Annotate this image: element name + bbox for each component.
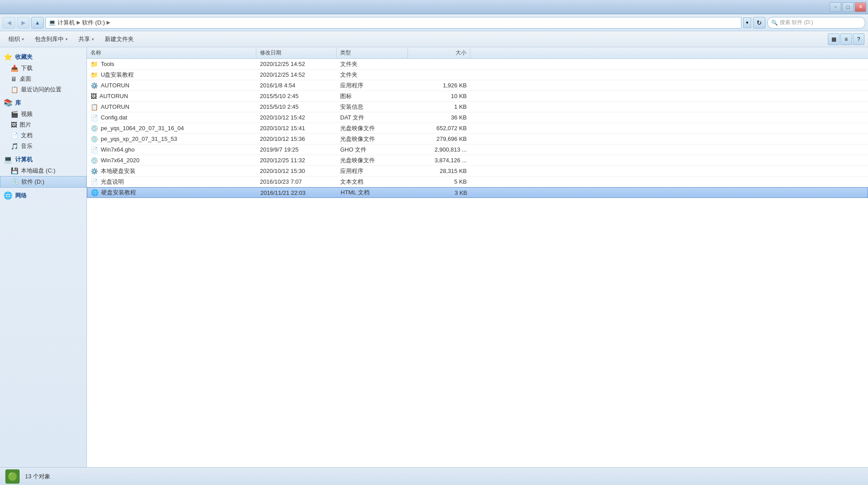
file-date-cell: 2020/12/25 11:32 [256, 157, 337, 164]
table-row[interactable]: ⚙️ 本地硬盘安装 2020/10/12 15:30 应用程序 28,315 K… [87, 166, 868, 177]
share-arrow: ▾ [92, 37, 94, 41]
minimize-button[interactable]: － [830, 2, 841, 12]
table-row[interactable]: 🖼 AUTORUN 2015/5/10 2:45 图标 10 KB [87, 91, 868, 102]
file-name-cell: 📋 AUTORUN [87, 103, 256, 111]
file-name: pe_yqs_xp_20_07_31_15_53 [101, 136, 177, 142]
view-toggle-button[interactable]: ▦ [828, 33, 839, 45]
file-name-cell: ⚙️ AUTORUN [87, 82, 256, 89]
archive-button[interactable]: 包含到库中 ▾ [30, 33, 73, 45]
table-row[interactable]: 📄 Config.dat 2020/10/12 15:42 DAT 文件 36 … [87, 112, 868, 123]
file-type-cell: 图标 [337, 92, 408, 100]
file-name-cell: 🌐 硬盘安装教程 [87, 189, 257, 197]
desktop-icon: 🖥 [11, 75, 17, 82]
file-name: Tools [101, 61, 114, 67]
network-label: 网络 [15, 192, 27, 200]
file-name: Win7x64.gho [101, 146, 135, 153]
file-date-cell: 2015/5/10 2:45 [256, 103, 337, 110]
table-row[interactable]: 📁 Tools 2020/12/25 14:52 文件夹 [87, 59, 868, 70]
refresh-button[interactable]: ↻ [753, 17, 765, 29]
sidebar-section-network: 🌐 网络 [0, 189, 86, 201]
help-button[interactable]: ? [853, 33, 864, 45]
sidebar-item-desktop[interactable]: 🖥 桌面 [0, 74, 86, 84]
col-name-header[interactable]: 名称 [87, 47, 256, 58]
music-icon: 🎵 [11, 143, 18, 150]
file-date-cell: 2016/10/23 7:07 [256, 178, 337, 185]
address-breadcrumb[interactable]: 💻 计算机 ▶ 软件 (D:) ▶ [45, 17, 741, 29]
file-date-cell: 2016/11/21 22:03 [257, 189, 337, 196]
file-date-cell: 2020/10/12 15:36 [256, 136, 337, 142]
table-row[interactable]: ⚙️ AUTORUN 2016/1/8 4:54 应用程序 1,926 KB [87, 80, 868, 91]
file-size-cell: 279,696 KB [408, 136, 470, 142]
sidebar-favorites-header[interactable]: ⭐ 收藏夹 [0, 51, 86, 63]
forward-button[interactable]: ▶ [17, 17, 29, 29]
sidebar-item-music[interactable]: 🎵 音乐 [0, 141, 86, 152]
file-list: 名称 修改日期 类型 大小 📁 Tools 2020/12/25 14:52 文… [87, 47, 868, 467]
table-row[interactable]: 📋 AUTORUN 2015/5/10 2:45 安装信息 1 KB [87, 102, 868, 112]
file-name: AUTORUN [101, 103, 129, 110]
sidebar-item-recent[interactable]: 📋 最近访问的位置 [0, 84, 86, 95]
sidebar-section-favorites: ⭐ 收藏夹 📥 下载 🖥 桌面 📋 最近访问的位置 [0, 51, 86, 95]
col-date-header[interactable]: 修改日期 [256, 47, 337, 58]
sidebar-item-image[interactable]: 🖼 图片 [0, 119, 86, 130]
file-size-cell: 3 KB [408, 189, 471, 196]
file-size-cell: 2,900,813 ... [408, 146, 470, 153]
file-icon: 📁 [91, 71, 98, 78]
sidebar-network-header[interactable]: 🌐 网络 [0, 189, 86, 201]
file-icon: 🌐 [91, 189, 99, 196]
file-size-cell: 36 KB [408, 114, 470, 121]
organize-button[interactable]: 组织 ▾ [4, 33, 29, 45]
library-icon: 📚 [4, 99, 12, 107]
file-size-cell: 1 KB [408, 103, 470, 110]
breadcrumb-sep-2: ▶ [107, 20, 110, 25]
back-button[interactable]: ◀ [3, 17, 15, 29]
file-icon: 💿 [91, 136, 98, 143]
file-type-cell: 应用程序 [337, 82, 408, 90]
file-type-cell: 光盘映像文件 [337, 124, 408, 132]
up-button[interactable]: ▲ [31, 17, 44, 29]
sidebar-computer-header[interactable]: 💻 计算机 [0, 153, 86, 165]
table-row[interactable]: 📁 U盘安装教程 2020/12/25 14:52 文件夹 [87, 70, 868, 80]
breadcrumb-drive: 软件 (D:) [82, 19, 105, 27]
table-row[interactable]: 📄 Win7x64.gho 2019/9/7 19:25 GHO 文件 2,90… [87, 144, 868, 155]
music-label: 音乐 [21, 142, 33, 150]
sidebar-section-computer: 💻 计算机 💾 本地磁盘 (C:) 💿 软件 (D:) [0, 153, 86, 188]
file-icon: 📋 [91, 103, 98, 111]
file-size-cell: 1,926 KB [408, 82, 470, 89]
computer-label: 计算机 [15, 156, 33, 164]
sidebar-item-video[interactable]: 🎬 视频 [0, 109, 86, 119]
table-row[interactable]: 💿 pe_yqs_1064_20_07_31_16_04 2020/10/12 … [87, 123, 868, 134]
sidebar-item-document[interactable]: 📄 文档 [0, 130, 86, 141]
sidebar-item-drive-d[interactable]: 💿 软件 (D:) [0, 176, 86, 188]
view-list-button[interactable]: ≡ [840, 33, 852, 45]
col-type-header[interactable]: 类型 [337, 47, 408, 58]
close-button[interactable]: ✕ [855, 2, 866, 12]
file-name: Win7x64_2020 [101, 157, 140, 164]
file-name: pe_yqs_1064_20_07_31_16_04 [101, 125, 184, 132]
maximize-button[interactable]: □ [842, 2, 854, 12]
file-date-cell: 2020/12/25 14:52 [256, 61, 337, 67]
share-button[interactable]: 共享 ▾ [74, 33, 99, 45]
breadcrumb-dropdown[interactable]: ▼ [743, 17, 751, 28]
new-folder-label: 新建文件夹 [105, 35, 134, 43]
sidebar-item-downloads[interactable]: 📥 下载 [0, 63, 86, 74]
table-row[interactable]: 💿 pe_yqs_xp_20_07_31_15_53 2020/10/12 15… [87, 134, 868, 144]
col-size-header[interactable]: 大小 [408, 47, 470, 58]
sidebar-item-drive-c[interactable]: 💾 本地磁盘 (C:) [0, 165, 86, 176]
table-row[interactable]: 🌐 硬盘安装教程 2016/11/21 22:03 HTML 文档 3 KB [87, 187, 868, 198]
file-name: 本地硬盘安装 [101, 167, 136, 175]
downloads-label: 下载 [21, 64, 33, 72]
file-icon: 📄 [91, 178, 98, 185]
sidebar-library-header[interactable]: 📚 库 [0, 97, 86, 109]
file-name-cell: ⚙️ 本地硬盘安装 [87, 167, 256, 175]
recent-icon: 📋 [11, 86, 18, 93]
table-row[interactable]: 📄 光盘说明 2016/10/23 7:07 文本文档 5 KB [87, 177, 868, 187]
file-name-cell: 💿 pe_yqs_xp_20_07_31_15_53 [87, 136, 256, 143]
drive-c-icon: 💾 [11, 167, 18, 174]
file-type-cell: 文本文档 [337, 178, 408, 186]
recent-label: 最近访问的位置 [21, 86, 62, 94]
search-bar[interactable]: 🔍 搜索 软件 (D:) [767, 17, 865, 29]
table-row[interactable]: 💿 Win7x64_2020 2020/12/25 11:32 光盘映像文件 3… [87, 155, 868, 166]
image-label: 图片 [20, 121, 31, 129]
file-size-cell: 5 KB [408, 178, 470, 185]
new-folder-button[interactable]: 新建文件夹 [100, 33, 139, 45]
